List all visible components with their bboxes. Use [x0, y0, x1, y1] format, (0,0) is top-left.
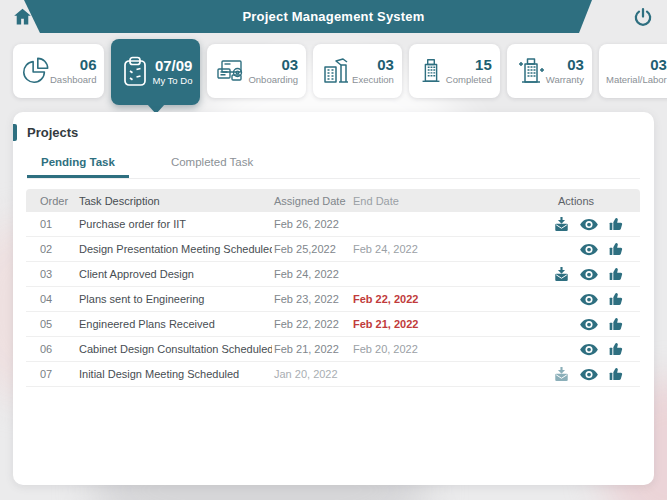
projects-title: Projects — [13, 112, 654, 140]
screen: Project Management System 06Dashboard07/… — [0, 0, 667, 500]
table-body: 01Purchase order for IITFeb 26, 202202De… — [26, 212, 640, 387]
stat-card-my-to-do[interactable]: 07/09My To Do — [111, 39, 200, 105]
task-description: Client Approved Design — [77, 268, 272, 280]
projects-title-accent — [13, 124, 17, 141]
task-description: Initial Design Meeting Scheduled — [77, 368, 272, 380]
stat-count: 07/09 — [155, 57, 193, 74]
action-slot — [603, 366, 630, 383]
task-assigned-date: Feb 24, 2022 — [272, 268, 351, 280]
task-end-date: Feb 22, 2022 — [351, 293, 546, 305]
action-slot — [548, 366, 575, 383]
stat-card-warranty[interactable]: 03Warranty — [507, 44, 592, 98]
table-header-row: OrderTask DescriptionAssigned DateEnd Da… — [26, 189, 640, 212]
action-slot — [575, 291, 602, 307]
task-row-02: 02Design Presentation Meeting ScheduledF… — [26, 237, 640, 262]
eye-icon[interactable] — [580, 318, 598, 331]
task-assigned-date: Feb 23, 2022 — [272, 293, 351, 305]
power-button[interactable] — [632, 7, 654, 29]
stat-card-onboarding[interactable]: 03Onboarding — [207, 44, 306, 98]
stat-card-material-labor-pos[interactable]: 03/02Material/Labor POs — [599, 44, 667, 98]
stat-card-text: 03Warranty — [546, 56, 584, 86]
task-tabs: Pending TaskCompleted Task — [27, 150, 640, 179]
stat-label: Dashboard — [50, 75, 96, 86]
thumbs-up-icon[interactable] — [608, 216, 624, 232]
home-button[interactable] — [11, 7, 33, 29]
task-row-07: 07Initial Design Meeting ScheduledJan 20… — [26, 362, 640, 387]
task-actions — [546, 291, 634, 307]
action-slot — [548, 241, 575, 257]
stat-count: 15 — [475, 56, 492, 73]
stat-card-text: 03/02Material/Labor POs — [606, 56, 667, 86]
tab-completed-task[interactable]: Completed Task — [157, 150, 267, 178]
eye-icon[interactable] — [580, 368, 598, 381]
task-order: 05 — [26, 318, 77, 330]
building-crane-icon — [320, 55, 352, 87]
task-row-03: 03Client Approved DesignFeb 24, 2022 — [26, 262, 640, 287]
task-description: Design Presentation Meeting Scheduled — [77, 243, 272, 255]
task-row-04: 04Plans sent to EngineeringFeb 23, 2022F… — [26, 287, 640, 312]
task-end-date: Feb 20, 2022 — [351, 343, 546, 355]
pie-chart-icon — [20, 56, 50, 86]
thumbs-up-icon[interactable] — [608, 241, 624, 257]
column-header-assigned-date: Assigned Date — [272, 195, 351, 207]
tasks-table: OrderTask DescriptionAssigned DateEnd Da… — [26, 189, 640, 387]
task-description: Cabinet Design Consultation Scheduled — [77, 343, 272, 355]
eye-icon[interactable] — [580, 243, 598, 256]
task-row-01: 01Purchase order for IITFeb 26, 2022 — [26, 212, 640, 237]
action-slot — [548, 291, 575, 307]
task-end-date: Feb 24, 2022 — [351, 243, 546, 255]
stat-label: Execution — [352, 75, 394, 86]
windows-gear-icon — [214, 56, 248, 86]
task-actions — [546, 366, 634, 383]
task-assigned-date: Feb 22, 2022 — [272, 318, 351, 330]
task-actions — [546, 216, 634, 233]
stat-card-completed[interactable]: 15Completed — [409, 44, 500, 98]
stat-card-dashboard[interactable]: 06Dashboard — [13, 44, 104, 98]
task-end-date: Feb 21, 2022 — [351, 318, 546, 330]
task-description: Plans sent to Engineering — [77, 293, 272, 305]
stat-count: 03 — [567, 56, 584, 73]
mail-receive-icon[interactable] — [553, 366, 570, 383]
task-actions — [546, 266, 634, 283]
clipboard-icon — [118, 54, 152, 90]
task-assigned-date: Feb 21, 2022 — [272, 343, 351, 355]
task-order: 03 — [26, 268, 77, 280]
mail-receive-icon[interactable] — [553, 266, 570, 283]
thumbs-up-icon[interactable] — [608, 291, 624, 307]
action-slot — [575, 241, 602, 257]
task-order: 01 — [26, 218, 77, 230]
stat-count: 06 — [80, 56, 97, 73]
stat-label: My To Do — [152, 76, 192, 87]
stat-card-text: 03Execution — [352, 56, 394, 86]
stat-label: Onboarding — [248, 75, 298, 86]
eye-icon[interactable] — [580, 268, 598, 281]
thumbs-up-icon[interactable] — [608, 341, 624, 357]
stat-label: Warranty — [546, 75, 584, 86]
stat-card-text: 15Completed — [446, 56, 492, 86]
stat-count: 03/02 — [650, 56, 667, 73]
thumbs-up-icon[interactable] — [608, 316, 624, 332]
column-header-order: Order — [26, 195, 77, 207]
action-slot — [575, 216, 602, 233]
eye-icon[interactable] — [580, 218, 598, 231]
stat-count: 03 — [281, 56, 298, 73]
thumbs-up-icon[interactable] — [608, 366, 624, 382]
home-icon — [13, 7, 32, 29]
building-icon — [416, 55, 446, 87]
action-slot — [548, 316, 575, 332]
stat-label: Completed — [446, 75, 492, 86]
eye-icon[interactable] — [580, 343, 598, 356]
action-slot — [603, 266, 630, 283]
task-description: Engineered Plans Received — [77, 318, 272, 330]
task-assigned-date: Jan 20, 2022 — [272, 368, 351, 380]
stat-card-execution[interactable]: 03Execution — [313, 44, 402, 98]
tab-pending-task[interactable]: Pending Task — [27, 150, 129, 178]
task-actions — [546, 316, 634, 332]
mail-receive-icon[interactable] — [553, 216, 570, 233]
stat-count: 03 — [377, 56, 394, 73]
thumbs-up-icon[interactable] — [608, 266, 624, 282]
task-assigned-date: Feb 26, 2022 — [272, 218, 351, 230]
eye-icon[interactable] — [580, 293, 598, 306]
action-slot — [603, 241, 630, 257]
column-header-task-description: Task Description — [77, 195, 272, 207]
